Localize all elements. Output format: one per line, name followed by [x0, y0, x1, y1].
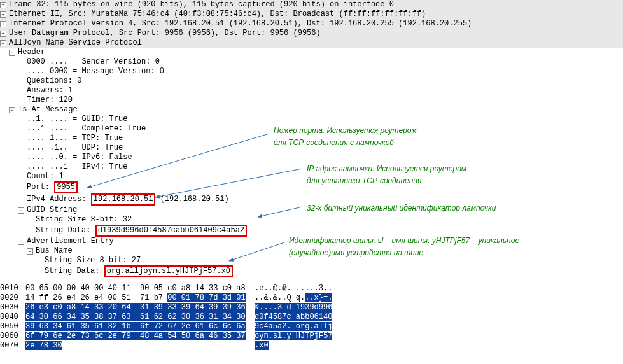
timer[interactable]: Timer: 120 [27, 95, 73, 105]
hex-ascii[interactable]: ..&.&..Q q...x}=. [255, 293, 350, 303]
frame-summary[interactable]: Frame 32: 115 bytes on wire (920 bits), … [9, 0, 394, 10]
collapse-icon[interactable]: − [27, 248, 33, 255]
annotation-guid: 32-х битный уникальный идентификатор лам… [307, 204, 496, 213]
isat-complete[interactable]: ...1 .... = Complete: True [27, 124, 146, 134]
hex-offset: 0040 [0, 312, 25, 322]
isat-tcp[interactable]: .... 1... = TCP: True [27, 134, 123, 143]
isat-ipv4addr-value[interactable]: 192.168.20.51 [91, 193, 156, 206]
hex-ascii[interactable]: 9c4a5a2. org.allj [255, 322, 350, 332]
collapse-icon[interactable]: − [18, 207, 24, 214]
isat-count[interactable]: Count: 1 [27, 172, 64, 181]
udp-summary[interactable]: User Datagram Protocol, Src Port: 9956 (… [9, 29, 321, 38]
expand-icon[interactable]: + [0, 2, 6, 8]
annotation-port: Номер порта. Используется роутером [274, 126, 417, 135]
hex-offset: 0010 [0, 284, 25, 293]
hex-bytes[interactable]: 26 e3 c0 a8 14 33 20 64 31 39 33 39 64 3… [25, 303, 255, 312]
collapse-icon[interactable]: − [18, 239, 24, 245]
isat-ipv4addr-label[interactable]: IPv4 Address: [27, 195, 91, 204]
bus-name-data-label[interactable]: String Data: [45, 267, 104, 276]
bus-name-size[interactable]: String Size 8-bit: 27 [45, 256, 141, 265]
hex-bytes[interactable]: 64 30 66 34 35 38 37 63 61 62 62 30 36 3… [25, 312, 255, 322]
hex-ascii[interactable]: oyn.sl.y HJTPjF57 [255, 332, 350, 341]
protocol-name[interactable]: AllJoyn Name Service Protocol [9, 38, 142, 48]
ip-summary[interactable]: Internet Protocol Version 4, Src: 192.16… [9, 19, 472, 29]
isat-guid[interactable]: ..1. .... = GUID: True [27, 115, 127, 124]
message-version[interactable]: .... 0000 = Message Version: 0 [27, 67, 164, 76]
expand-icon[interactable]: + [0, 11, 6, 18]
header-node[interactable]: Header [18, 48, 45, 57]
collapse-icon[interactable]: − [9, 50, 15, 56]
expand-icon[interactable]: + [0, 21, 6, 27]
isat-node[interactable]: Is-At Message [18, 105, 78, 115]
isat-port-label[interactable]: Port: [27, 183, 54, 192]
annotation-port-2: для TCP-соединения с лампочкой [274, 138, 394, 147]
isat-ipv4[interactable]: .... ...1 = IPv4: True [27, 162, 127, 172]
hex-bytes[interactable]: 14 ff 26 e4 26 e4 00 51 71 b7 00 01 78 7… [25, 293, 255, 303]
hex-offset: 0060 [0, 332, 25, 341]
collapse-icon[interactable]: − [0, 40, 6, 46]
annotation-bus-2: (случайное)имя устройства на шине. [289, 248, 426, 257]
guid-string-data-value[interactable]: d1939d996d0f4587cabb061409c4a5a2 [95, 225, 247, 237]
isat-ipv6[interactable]: .... ..0. = IPv6: False [27, 153, 132, 162]
guid-string-data-label[interactable]: String Data: [36, 226, 95, 235]
hex-bytes[interactable]: 00 65 00 00 40 00 40 11 90 05 c0 a8 14 3… [25, 284, 255, 293]
questions[interactable]: Questions: 0 [27, 76, 81, 86]
isat-udp[interactable]: .... .1.. = UDP: True [27, 143, 123, 153]
hex-ascii[interactable]: d0f4587c abb06140 [255, 312, 350, 322]
ethernet-summary[interactable]: Ethernet II, Src: MurataMa_75:46:c4 (40:… [9, 10, 426, 19]
answers[interactable]: Answers: 1 [27, 86, 73, 95]
annotation-ip-2: для установки TCP-соединения [307, 176, 421, 185]
hex-ascii[interactable]: &....3 d 1939d996 [255, 303, 350, 312]
annotation-bus: Идентификатор шины. sl – имя шины. yHJTP… [289, 236, 519, 245]
hex-dump-panel[interactable]: 001000 65 00 00 40 00 40 11 90 05 c0 a8 … [0, 281, 623, 353]
collapse-icon[interactable]: − [9, 107, 15, 113]
bus-name-node[interactable]: Bus Name [36, 246, 73, 256]
hex-offset: 0050 [0, 322, 25, 332]
isat-port-value[interactable]: 9955 [54, 181, 78, 193]
guid-string-size[interactable]: String Size 8-bit: 32 [36, 215, 132, 225]
hex-bytes[interactable]: 6f 79 6e 2e 73 6c 2e 79 48 4a 54 50 6a 4… [25, 332, 255, 341]
isat-ipv4addr-suffix: (192.168.20.51) [155, 195, 228, 204]
advertisement-node[interactable]: Advertisement Entry [27, 237, 114, 246]
hex-ascii[interactable]: .e..@.@. .....3.. [255, 284, 350, 293]
expand-icon[interactable]: + [0, 31, 6, 37]
hex-offset: 0020 [0, 293, 25, 303]
guid-string-node[interactable]: GUID String [27, 206, 77, 215]
hex-bytes[interactable]: 39 63 34 61 35 61 32 1b 6f 72 67 2e 61 6… [25, 322, 255, 332]
annotation-ip: IP адрес лампочки. Используется роутером [307, 164, 466, 173]
hex-ascii[interactable]: .x0 [255, 341, 350, 351]
hex-bytes[interactable]: 2e 78 30 [25, 341, 255, 351]
hex-offset: 0030 [0, 303, 25, 312]
bus-name-data-value[interactable]: org.alljoyn.sl.yHJTPjF57.x0 [104, 265, 233, 277]
hex-offset: 0070 [0, 341, 25, 351]
sender-version[interactable]: 0000 .... = Sender Version: 0 [27, 57, 160, 67]
